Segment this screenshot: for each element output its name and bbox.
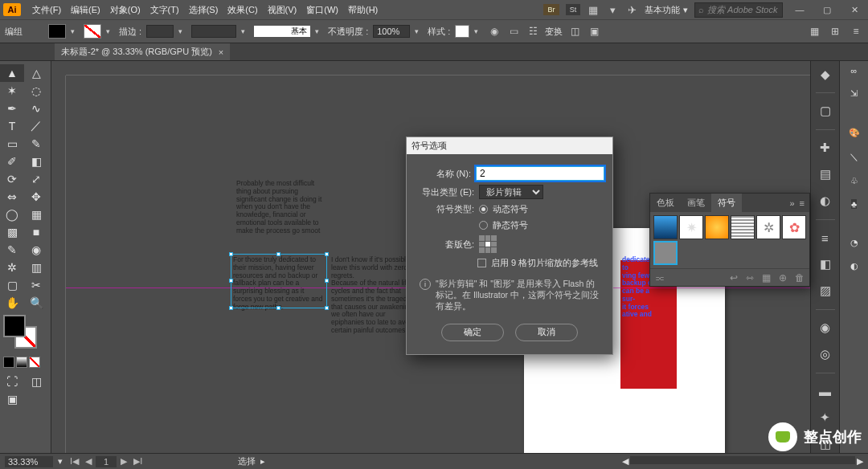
shapebuilder-tool[interactable]: ◯ — [0, 206, 24, 223]
nav-last[interactable]: ▶I — [131, 456, 145, 467]
graphic-styles-panel-icon[interactable]: ◎ — [817, 346, 834, 363]
fill-dropdown[interactable]: ▾ — [71, 27, 79, 35]
symbol-item[interactable]: ✷ — [679, 215, 703, 239]
asset-export-icon[interactable]: ◐ — [850, 261, 858, 271]
curvature-tool[interactable]: ∿ — [24, 100, 48, 117]
scroll-right[interactable]: ▶ — [857, 456, 863, 467]
graph-tool[interactable]: ▥ — [24, 259, 48, 276]
lasso-tool[interactable]: ◌ — [24, 82, 48, 100]
ruler-vertical[interactable] — [51, 75, 66, 453]
menu-effect[interactable]: 效果(C) — [223, 4, 262, 16]
blend-tool[interactable]: ◉ — [24, 241, 48, 259]
ok-button[interactable]: 确定 — [441, 324, 504, 341]
type-tool[interactable]: T — [0, 117, 24, 135]
symbols-panel[interactable]: 色板 画笔 符号 »≡ ✷ ✲ ✿ ⫗ ↩ ⇿ ▦ ⊕ 🗑 — [649, 193, 810, 287]
direct-select-tool[interactable]: △ — [24, 64, 48, 82]
style-drop[interactable]: ▾ — [474, 27, 482, 35]
name-input[interactable] — [476, 166, 604, 181]
align-panel-icon[interactable]: ▬ — [817, 383, 834, 400]
mini-none[interactable] — [29, 357, 40, 368]
flyout-icon[interactable]: ≡ — [849, 24, 863, 39]
nav-first[interactable]: I◀ — [68, 456, 81, 467]
panel-menu-icon[interactable]: ≡ — [800, 198, 805, 208]
menu-file[interactable]: 文件(F) — [27, 4, 66, 16]
freetransform-tool[interactable]: ✥ — [24, 188, 48, 206]
text-block-1[interactable]: Probably the most difficult thing about … — [236, 180, 326, 234]
handle-sw[interactable] — [229, 306, 233, 310]
line-tool[interactable]: ／ — [24, 117, 48, 135]
break-link-icon[interactable]: ⇿ — [746, 272, 754, 283]
workspace-switcher[interactable]: 基本功能▾ — [645, 4, 688, 16]
maximize-button[interactable]: ▢ — [817, 2, 837, 17]
libraries-panel-icon[interactable]: ✚ — [817, 140, 834, 157]
para-panel-icon[interactable]: ◔ — [850, 238, 858, 248]
panel-collapse-icon[interactable]: » — [789, 198, 794, 208]
zoom-drop[interactable]: ▾ — [58, 456, 63, 467]
screenmode-tool[interactable]: ⛶ — [0, 373, 24, 390]
radio-dynamic[interactable] — [479, 205, 488, 214]
perspective-tool[interactable]: ▦ — [24, 206, 48, 223]
handle-w[interactable] — [229, 279, 233, 283]
menu-edit[interactable]: 编辑(E) — [66, 4, 105, 16]
align-icon[interactable]: ▭ — [506, 24, 521, 39]
radio-static[interactable] — [479, 221, 488, 230]
search-stock-input[interactable]: ⌕ 搜索 Adobe Stock — [694, 2, 783, 18]
opacity-drop[interactable]: ▾ — [415, 27, 423, 35]
foreground-color[interactable] — [3, 315, 26, 337]
drawmode-tool[interactable]: ◫ — [24, 373, 48, 390]
symbols-panel-icon[interactable]: ♧ — [850, 176, 858, 186]
isolate-icon[interactable]: ▣ — [587, 24, 601, 39]
delete-symbol-icon[interactable]: 🗑 — [795, 272, 805, 283]
document-tab[interactable]: 未标题-2* @ 33.33% (RGB/GPU 预览) × — [55, 43, 230, 60]
stroke-panel-icon[interactable]: ≡ — [817, 230, 834, 247]
pen-tool[interactable]: ✒ — [0, 100, 24, 117]
scale-tool[interactable]: ⤢ — [24, 170, 48, 188]
symbol-item[interactable] — [653, 241, 678, 265]
rotate-tool[interactable]: ⟳ — [0, 170, 24, 188]
symbol-item[interactable] — [653, 215, 678, 239]
handle-s[interactable] — [276, 306, 280, 310]
gpu-icon[interactable]: ▾ — [606, 3, 619, 16]
properties-panel-icon[interactable]: 🎨 — [849, 128, 860, 138]
mini-fill[interactable] — [3, 357, 14, 368]
arrange-docs-icon[interactable]: ▦ — [587, 3, 600, 16]
tab-swatches[interactable]: 色板 — [650, 194, 681, 212]
symbol-sprayer-tool[interactable]: ✲ — [0, 259, 24, 276]
ruler-horizontal[interactable] — [66, 61, 810, 75]
shape-mode-icon[interactable]: ◫ — [567, 24, 582, 39]
symbol-item[interactable]: ✲ — [756, 215, 780, 239]
changescreen-tool[interactable]: ▣ — [0, 390, 24, 408]
brush-drop[interactable]: ▾ — [315, 27, 323, 35]
menu-view[interactable]: 视图(V) — [263, 4, 302, 16]
stock-icon[interactable]: St — [566, 4, 580, 15]
mesh-tool[interactable]: ▩ — [0, 223, 24, 241]
registration-grid[interactable] — [479, 235, 497, 253]
char-panel-icon[interactable]: ♣ — [851, 199, 857, 209]
brushes-panel-icon[interactable]: ＼ — [850, 151, 858, 163]
nav-prev[interactable]: ◀ — [83, 456, 94, 467]
align2-icon[interactable]: ☷ — [526, 24, 540, 39]
export-icon[interactable]: ⇲ — [850, 88, 858, 99]
zoom-field[interactable]: 33.33% — [5, 456, 53, 467]
menu-window[interactable]: 窗口(W) — [301, 4, 343, 16]
menu-select[interactable]: 选择(S) — [184, 4, 223, 16]
appearance-panel-icon[interactable]: ◉ — [817, 320, 834, 336]
artboards-icon[interactable]: ▢ — [817, 103, 834, 120]
menu-help[interactable]: 帮助(H) — [343, 4, 383, 16]
style-swatch[interactable] — [455, 25, 469, 38]
brush-preview[interactable]: 基本 — [254, 26, 310, 37]
symbol-item[interactable] — [731, 215, 755, 239]
symbol-item[interactable]: ✿ — [782, 215, 806, 239]
handle-n[interactable] — [276, 252, 280, 256]
cancel-button[interactable]: 取消 — [515, 324, 578, 341]
magicwand-tool[interactable]: ✶ — [0, 82, 24, 100]
bridge-icon[interactable]: Br — [543, 4, 559, 15]
minimize-button[interactable]: — — [789, 2, 810, 17]
stroke-profile[interactable] — [191, 25, 236, 38]
width-tool[interactable]: ⇔ — [0, 188, 24, 206]
color-picker[interactable] — [0, 312, 51, 352]
place-symbol-icon[interactable]: ↩ — [730, 272, 738, 283]
symbol-item[interactable] — [705, 215, 729, 239]
handle-se[interactable] — [325, 306, 329, 310]
tab-brushes[interactable]: 画笔 — [681, 194, 711, 212]
